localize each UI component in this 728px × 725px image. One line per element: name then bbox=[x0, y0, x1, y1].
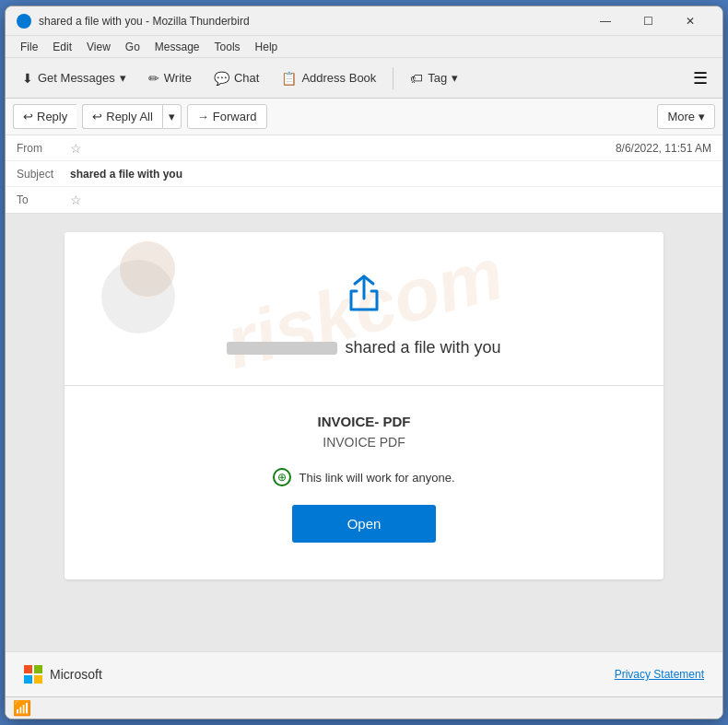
subject-text: shared a file with you bbox=[70, 168, 182, 181]
menu-go[interactable]: Go bbox=[118, 39, 147, 55]
ms-logo-red bbox=[24, 665, 32, 673]
address-book-button[interactable]: 📋 Address Book bbox=[272, 65, 385, 91]
subject-row: Subject shared a file with you bbox=[6, 161, 722, 187]
to-star-icon[interactable]: ☆ bbox=[70, 193, 82, 207]
to-value: ☆ bbox=[65, 193, 711, 207]
chat-button[interactable]: 💬 Chat bbox=[205, 65, 268, 91]
address-book-icon: 📋 bbox=[281, 71, 297, 86]
forward-label: Forward bbox=[213, 110, 257, 123]
link-notice-text: This link will work for anyone. bbox=[299, 471, 454, 485]
to-label: To bbox=[17, 193, 65, 206]
email-content-area: riskcom shared a file with you bbox=[6, 214, 722, 651]
forward-icon: → bbox=[197, 110, 209, 123]
microsoft-logo: Microsoft bbox=[24, 665, 102, 684]
svg-point-0 bbox=[19, 17, 29, 26]
subject-label: Subject bbox=[17, 168, 65, 181]
email-card: riskcom shared a file with you bbox=[65, 232, 663, 579]
get-messages-icon: ⬇ bbox=[22, 71, 33, 86]
tag-dropdown-icon: ▾ bbox=[452, 71, 458, 85]
more-dropdown-icon: ▾ bbox=[699, 110, 705, 123]
menu-file[interactable]: File bbox=[13, 39, 45, 55]
reply-all-dropdown-button[interactable]: ▾ bbox=[162, 104, 182, 129]
email-footer: Microsoft Privacy Statement bbox=[6, 651, 722, 696]
sender-name-redacted bbox=[227, 342, 337, 355]
file-name: INVOICE- PDF bbox=[101, 414, 627, 429]
open-button[interactable]: Open bbox=[292, 505, 437, 543]
link-notice-row: ⊕ This link will work for anyone. bbox=[101, 468, 627, 486]
close-button[interactable]: ✕ bbox=[669, 6, 711, 36]
microsoft-label: Microsoft bbox=[50, 667, 102, 682]
status-bar: 📶 bbox=[6, 696, 722, 719]
write-label: Write bbox=[164, 71, 192, 85]
email-timestamp: 8/6/2022, 11:51 AM bbox=[616, 142, 711, 155]
from-row: From ☆ 8/6/2022, 11:51 AM bbox=[6, 135, 722, 161]
menu-hamburger-button[interactable]: ☰ bbox=[686, 64, 715, 93]
share-icon bbox=[340, 269, 388, 317]
email-card-top: riskcom shared a file with you bbox=[65, 232, 663, 385]
window-controls: — ☐ ✕ bbox=[584, 6, 711, 36]
tag-button[interactable]: 🏷 Tag ▾ bbox=[401, 65, 467, 91]
app-window: shared a file with you - Mozilla Thunder… bbox=[5, 6, 723, 719]
ms-logo-grid bbox=[24, 665, 42, 684]
subject-value: shared a file with you bbox=[65, 168, 711, 181]
ms-logo-green bbox=[34, 665, 42, 673]
more-label: More bbox=[667, 110, 695, 123]
reply-all-label: Reply All bbox=[106, 110, 153, 123]
menu-bar: File Edit View Go Message Tools Help bbox=[6, 36, 722, 58]
toolbar: ⬇ Get Messages ▾ ✏ Write 💬 Chat 📋 Addres… bbox=[6, 58, 722, 99]
reply-icon: ↩ bbox=[23, 110, 33, 123]
menu-tools[interactable]: Tools bbox=[207, 39, 248, 55]
menu-view[interactable]: View bbox=[79, 39, 118, 55]
get-messages-button[interactable]: ⬇ Get Messages ▾ bbox=[13, 65, 135, 91]
globe-icon: ⊕ bbox=[273, 468, 291, 486]
window-title: shared a file with you - Mozilla Thunder… bbox=[39, 15, 584, 28]
reply-label: Reply bbox=[37, 110, 67, 123]
chat-icon: 💬 bbox=[214, 71, 229, 86]
menu-help[interactable]: Help bbox=[248, 39, 286, 55]
to-row: To ☆ bbox=[6, 187, 722, 213]
more-button[interactable]: More ▾ bbox=[657, 104, 715, 129]
reply-button[interactable]: ↩ Reply bbox=[13, 104, 76, 129]
get-messages-dropdown-icon: ▾ bbox=[120, 71, 126, 85]
forward-button[interactable]: → Forward bbox=[187, 104, 267, 129]
reply-all-button[interactable]: ↩ Reply All bbox=[82, 104, 162, 129]
file-type: INVOICE PDF bbox=[101, 435, 627, 450]
privacy-statement-link[interactable]: Privacy Statement bbox=[615, 668, 704, 681]
maximize-button[interactable]: ☐ bbox=[627, 6, 669, 36]
from-label: From bbox=[17, 142, 65, 155]
ms-logo-yellow bbox=[34, 675, 42, 684]
sender-row: shared a file with you bbox=[101, 338, 627, 357]
address-book-label: Address Book bbox=[301, 71, 376, 85]
shared-text: shared a file with you bbox=[345, 338, 500, 357]
chat-label: Chat bbox=[234, 71, 259, 85]
app-icon bbox=[17, 14, 31, 29]
title-bar: shared a file with you - Mozilla Thunder… bbox=[6, 6, 722, 36]
write-button[interactable]: ✏ Write bbox=[139, 65, 201, 91]
write-icon: ✏ bbox=[148, 71, 159, 86]
reply-all-icon: ↩ bbox=[92, 110, 102, 123]
ms-logo-blue bbox=[24, 675, 32, 684]
toolbar-separator bbox=[393, 67, 393, 89]
menu-message[interactable]: Message bbox=[147, 39, 207, 55]
reply-all-button-group: ↩ Reply All ▾ bbox=[82, 104, 182, 129]
from-star-icon[interactable]: ☆ bbox=[70, 141, 82, 156]
from-value: ☆ bbox=[65, 141, 616, 156]
tag-label: Tag bbox=[428, 71, 447, 85]
toolbar-right: ☰ bbox=[686, 64, 715, 93]
email-header: From ☆ 8/6/2022, 11:51 AM Subject shared… bbox=[6, 135, 722, 214]
tag-icon: 🏷 bbox=[410, 71, 423, 86]
reply-button-group: ↩ Reply bbox=[13, 104, 76, 129]
share-icon-wrapper bbox=[101, 269, 627, 320]
minimize-button[interactable]: — bbox=[584, 6, 627, 36]
menu-edit[interactable]: Edit bbox=[45, 39, 79, 55]
wifi-icon: 📶 bbox=[13, 699, 31, 717]
email-action-bar: ↩ Reply ↩ Reply All ▾ → Forward More ▾ bbox=[6, 99, 722, 135]
email-card-bottom: INVOICE- PDF INVOICE PDF ⊕ This link wil… bbox=[65, 386, 663, 579]
get-messages-label: Get Messages bbox=[38, 71, 115, 85]
